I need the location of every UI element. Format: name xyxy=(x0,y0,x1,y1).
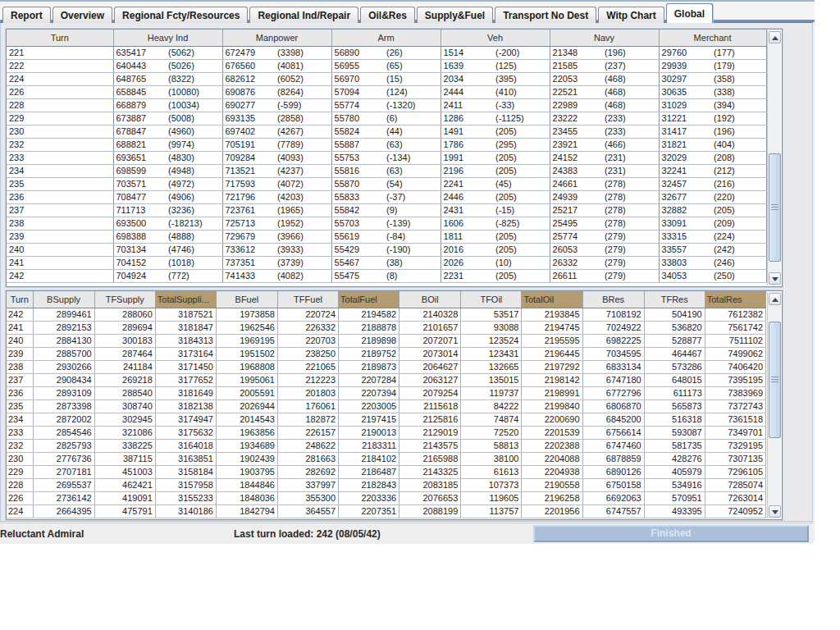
cell-veh[interactable]: 1639 xyxy=(441,59,494,72)
cell-tfoil[interactable]: 119737 xyxy=(461,386,522,399)
cell-manpower-delta[interactable]: (3966) xyxy=(276,230,331,243)
cell-arm[interactable]: 55703 xyxy=(331,217,385,230)
table-row[interactable]: 226 2736142 419091 3155233 1848036 35530… xyxy=(7,491,766,504)
cell-manpower-delta[interactable]: (4203) xyxy=(276,190,331,203)
cell-totalres[interactable]: 7296105 xyxy=(705,465,765,478)
table-row[interactable]: 233 2854546 321086 3175632 1963856 22615… xyxy=(7,426,766,439)
cell-merchant[interactable]: 32457 xyxy=(659,177,712,190)
tab-global[interactable]: Global xyxy=(666,3,713,23)
cell-tfres[interactable]: 528877 xyxy=(644,334,705,347)
cell-heavy-ind-delta[interactable]: (4948) xyxy=(167,164,222,177)
cell-tfoil[interactable]: 58813 xyxy=(461,439,522,452)
cell-heavy-ind-delta[interactable]: (8322) xyxy=(167,72,222,85)
cell-totalfuel[interactable]: 2188878 xyxy=(339,321,399,334)
cell-bres[interactable]: 7034595 xyxy=(582,347,644,360)
cell-bres[interactable]: 6772796 xyxy=(582,386,644,399)
cell-veh[interactable]: 2446 xyxy=(441,190,494,203)
cell-totalres[interactable]: 7395195 xyxy=(705,373,765,386)
cell-navy-delta[interactable]: (466) xyxy=(603,138,659,151)
cell-totalres[interactable]: 7361518 xyxy=(705,413,765,426)
cell-totalres[interactable]: 7285074 xyxy=(705,478,765,491)
col-header-navy[interactable]: Navy xyxy=(550,30,659,46)
cell-totaloil[interactable]: 2198991 xyxy=(522,386,582,399)
cell-arm-delta[interactable]: (38) xyxy=(385,256,441,269)
cell-totaloil[interactable]: 2190558 xyxy=(522,478,582,491)
cell-tfres[interactable]: 464467 xyxy=(644,347,705,360)
cell-tfsupply[interactable]: 288060 xyxy=(94,308,155,321)
cell-manpower[interactable]: 729679 xyxy=(222,230,276,243)
cell-veh-delta[interactable]: (-200) xyxy=(494,46,550,59)
cell-navy[interactable]: 26332 xyxy=(550,256,603,269)
cell-turn[interactable]: 235 xyxy=(7,399,33,413)
cell-merchant[interactable]: 33315 xyxy=(659,230,712,243)
cell-totalfuel[interactable]: 2203336 xyxy=(339,491,399,504)
cell-arm-delta[interactable]: (54) xyxy=(385,177,441,190)
cell-heavy-ind-delta[interactable]: (5026) xyxy=(167,59,222,72)
cell-bfuel[interactable]: 1951502 xyxy=(216,347,277,360)
scrollbar-thumb[interactable] xyxy=(769,153,781,262)
table-row[interactable]: 222 640443(5026) 676560(4081) 56955(65) … xyxy=(7,59,766,72)
cell-bsupply[interactable]: 2664395 xyxy=(33,504,94,518)
cell-tfres[interactable]: 570951 xyxy=(644,491,705,504)
cell-veh-delta[interactable]: (205) xyxy=(494,243,550,256)
table-row[interactable]: 230 678847(4960) 697402(4267) 55824(44) … xyxy=(7,125,766,138)
cell-navy-delta[interactable]: (468) xyxy=(603,85,659,98)
cell-bres[interactable]: 6756614 xyxy=(582,426,644,439)
cell-manpower[interactable]: 725713 xyxy=(222,217,276,230)
cell-totalfuel[interactable]: 2203005 xyxy=(339,399,399,413)
col-header-tfsupply[interactable]: TFSupply xyxy=(94,291,155,308)
cell-manpower[interactable]: 690876 xyxy=(222,85,276,98)
cell-tfsupply[interactable]: 269218 xyxy=(94,373,155,386)
cell-heavy-ind-delta[interactable]: (10080) xyxy=(167,85,222,98)
table-row[interactable]: 224 2664395 475791 3140186 1842794 36455… xyxy=(7,504,766,518)
cell-veh[interactable]: 2444 xyxy=(441,85,494,98)
cell-bsupply[interactable]: 2930266 xyxy=(33,360,94,373)
cell-turn[interactable]: 237 xyxy=(7,373,33,386)
cell-manpower-delta[interactable]: (4072) xyxy=(276,177,331,190)
table-row[interactable]: 239 698388(4888) 729679(3966) 55619(-84)… xyxy=(7,230,766,243)
tab-supply-fuel[interactable]: Supply&Fuel xyxy=(417,7,493,23)
cell-tfoil[interactable]: 119605 xyxy=(461,491,522,504)
cell-totaloil[interactable]: 2197292 xyxy=(522,360,582,373)
cell-arm-delta[interactable]: (26) xyxy=(385,46,441,59)
cell-totaloil[interactable]: 2196445 xyxy=(522,347,582,360)
col-header-totalres[interactable]: TotalRes xyxy=(705,291,765,308)
cell-heavy-ind[interactable]: 703134 xyxy=(113,243,167,256)
cell-totalres[interactable]: 7499062 xyxy=(705,347,765,360)
cell-veh-delta[interactable]: (10) xyxy=(494,256,550,269)
table-row[interactable]: 238 2930266 241184 3171450 1968808 22106… xyxy=(7,360,766,373)
cell-tfres[interactable]: 565873 xyxy=(644,399,705,413)
cell-veh-delta[interactable]: (205) xyxy=(494,269,550,282)
cell-totalsupplies[interactable]: 3173164 xyxy=(155,347,216,360)
tab-regional-ind-repair[interactable]: Regional Ind/Repair xyxy=(249,7,358,23)
cell-heavy-ind[interactable]: 648765 xyxy=(113,72,167,85)
cell-bres[interactable]: 6982225 xyxy=(582,334,644,347)
cell-manpower[interactable]: 705191 xyxy=(222,138,276,151)
cell-totalsupplies[interactable]: 3177652 xyxy=(155,373,216,386)
cell-tfres[interactable]: 534916 xyxy=(644,478,705,491)
cell-totalfuel[interactable]: 2207394 xyxy=(339,386,399,399)
cell-totalsupplies[interactable]: 3140186 xyxy=(155,504,216,518)
cell-arm[interactable]: 55429 xyxy=(331,243,385,256)
cell-veh[interactable]: 2034 xyxy=(441,72,494,85)
cell-arm-delta[interactable]: (6) xyxy=(385,112,441,125)
cell-turn[interactable]: 241 xyxy=(7,256,113,269)
cell-totalfuel[interactable]: 2189752 xyxy=(339,347,399,360)
cell-tfres[interactable]: 493395 xyxy=(644,504,705,518)
cell-tffuel[interactable]: 212223 xyxy=(277,373,338,386)
cell-boil[interactable]: 2140328 xyxy=(399,308,461,321)
cell-tffuel[interactable]: 182872 xyxy=(277,413,338,426)
cell-veh-delta[interactable]: (205) xyxy=(494,151,550,164)
cell-tffuel[interactable]: 220703 xyxy=(277,334,338,347)
cell-bres[interactable]: 6890126 xyxy=(582,465,644,478)
cell-navy[interactable]: 25217 xyxy=(550,203,603,217)
cell-turn[interactable]: 238 xyxy=(7,217,113,230)
cell-heavy-ind[interactable]: 678847 xyxy=(113,125,167,138)
cell-tffuel[interactable]: 337997 xyxy=(277,478,338,491)
cell-veh[interactable]: 2231 xyxy=(441,269,494,282)
cell-tfoil[interactable]: 113757 xyxy=(461,504,522,518)
cell-heavy-ind[interactable]: 668879 xyxy=(113,98,167,112)
cell-turn[interactable]: 229 xyxy=(7,465,33,478)
cell-totalfuel[interactable]: 2207284 xyxy=(339,373,399,386)
cell-veh-delta[interactable]: (-15) xyxy=(494,203,550,217)
